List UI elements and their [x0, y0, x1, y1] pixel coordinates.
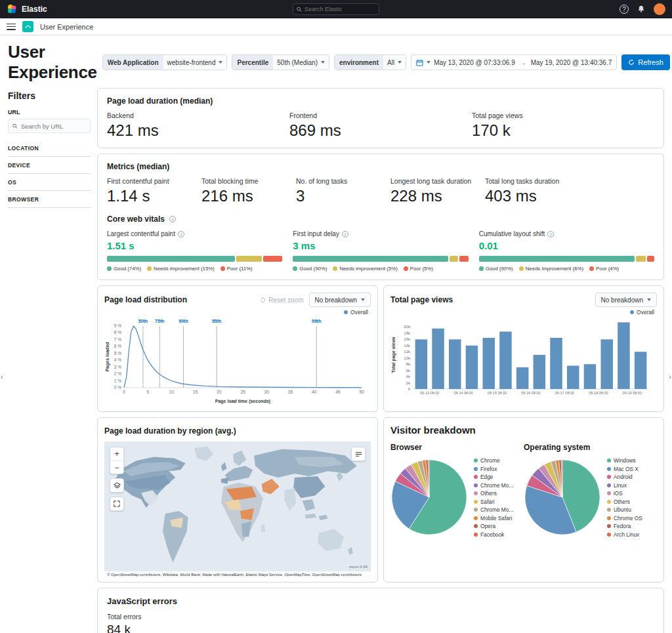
page-load-distribution-chart[interactable]: 0 %1 %2 %3 %4 %5 %6 %7 %8 %9 %0510152025… [104, 316, 367, 405]
breakdown-select[interactable]: No breakdown [309, 293, 371, 307]
legend-item[interactable]: Chrome OS [607, 515, 642, 521]
date-end[interactable]: May 19, 2020 @ 13:40:36.7 [531, 59, 612, 66]
map-fullscreen-button[interactable] [110, 497, 123, 510]
legend-item[interactable]: Windows [607, 457, 642, 464]
stat-first-contentful-paint: First contentful paint 1.14 s [107, 177, 201, 205]
chevron-down-icon [321, 61, 325, 64]
percentile-select[interactable]: 50th (Median) [273, 55, 329, 70]
os-title: Operating system [524, 443, 657, 452]
bar [567, 366, 579, 390]
url-search-input[interactable] [21, 123, 86, 130]
cwv-bar-segment [450, 256, 458, 262]
chart-legend[interactable]: Overall [104, 309, 368, 316]
collapse-right-button[interactable]: › [669, 373, 671, 380]
legend-item[interactable]: Firefox [474, 466, 513, 472]
legend-dot [607, 491, 611, 495]
region-map[interactable]: + − [104, 441, 371, 578]
javascript-errors-panel: JavaScript errors Total errors 84 k Erro… [97, 588, 664, 633]
date-range-picker[interactable]: May 13, 2020 @ 07:33:06.9 → May 19, 2020… [411, 54, 617, 70]
breakdown-select[interactable]: No breakdown [595, 293, 657, 307]
info-icon[interactable] [178, 231, 184, 237]
browser-pie-chart[interactable] [390, 459, 468, 536]
sidebar-section-browser[interactable]: BROWSER [8, 191, 91, 208]
notifications-bell-icon[interactable] [637, 5, 646, 14]
legend-item[interactable]: Others [474, 490, 513, 497]
ux-app-icon[interactable] [22, 21, 33, 32]
legend-item[interactable]: Arch Linux [607, 531, 642, 538]
legend-item[interactable]: Android [607, 474, 642, 480]
world-map[interactable] [104, 441, 371, 578]
legend-dot [474, 467, 478, 471]
cwv-legend-item: Needs improvement (6%) [519, 266, 583, 272]
legend-item[interactable]: Chrome Mo... [474, 506, 513, 513]
legend-dot [474, 459, 478, 462]
legend-item[interactable]: iOS [607, 490, 642, 497]
web-application-select[interactable]: website-frontend [163, 55, 227, 70]
legend-item[interactable]: Mobile Safari [474, 515, 513, 521]
map-layers-button[interactable] [110, 479, 123, 492]
bar [483, 338, 495, 389]
bar [534, 355, 546, 389]
info-icon[interactable] [547, 231, 554, 237]
legend-item[interactable]: Linux [607, 482, 642, 489]
percentile-label: 50th [138, 319, 148, 323]
help-icon[interactable]: ? [620, 5, 629, 14]
legend-item[interactable]: Facebook [474, 531, 513, 538]
info-icon[interactable] [169, 216, 176, 222]
cwv-bar-segment [636, 256, 646, 262]
legend-dot [474, 508, 478, 512]
x-tick-label: 20 [217, 390, 222, 394]
stat-long-tasks: No. of long tasks 3 [296, 177, 390, 205]
refresh-button[interactable]: Refresh [621, 54, 670, 70]
legend-item[interactable]: Safari [474, 499, 513, 505]
user-avatar[interactable] [654, 3, 665, 15]
legend-dot [344, 310, 348, 314]
os-pie-chart[interactable] [524, 459, 601, 536]
menu-hamburger-icon[interactable] [7, 24, 16, 30]
stat-value: 421 ms [107, 121, 289, 140]
x-tick-label: 15 [193, 390, 198, 394]
legend-label: Chrome [480, 457, 500, 464]
legend-item[interactable]: Mac OS X [607, 466, 642, 472]
chevron-down-icon [398, 61, 402, 64]
legend-item[interactable]: Chrome Mo... [474, 482, 513, 489]
url-search-field[interactable] [8, 119, 91, 133]
legend-label: Linux [614, 482, 627, 489]
chart-legend[interactable]: Overall [390, 309, 654, 316]
refresh-icon [628, 59, 635, 66]
total-page-views-chart[interactable]: 02k4k6k8k10k12k14k16k18k20k05-13 08:0005… [390, 316, 653, 405]
map-zoom-in-button[interactable]: + [110, 447, 123, 460]
legend-item[interactable]: Fedora [607, 523, 642, 529]
sidebar-section-device[interactable]: DEVICE [8, 157, 91, 174]
legend-label: Chrome Mo... [480, 506, 513, 513]
x-tick-label: 30 [264, 390, 270, 394]
map-attribution[interactable]: © OpenStreetMap contributors, Wikidata, … [104, 571, 371, 578]
global-search-input[interactable] [304, 6, 375, 12]
chevron-down-icon [361, 298, 365, 301]
legend-item[interactable]: Others [607, 499, 642, 505]
sidebar-section-os[interactable]: OS [8, 174, 91, 191]
info-icon[interactable] [342, 231, 348, 237]
legend-item[interactable]: Opera [474, 523, 513, 529]
legend-dot [474, 500, 478, 504]
legend-dot [607, 467, 611, 471]
breadcrumb[interactable]: User Experience [40, 23, 93, 31]
map-legend-toggle-button[interactable] [352, 447, 365, 460]
map-zoom-out-button[interactable]: − [110, 460, 123, 474]
environment-select[interactable]: All [383, 55, 406, 70]
selected-value: 50th (Median) [277, 59, 318, 66]
elastic-logo-icon[interactable] [7, 4, 17, 14]
legend-dot [607, 533, 611, 537]
collapse-left-button[interactable]: ‹ [1, 373, 3, 380]
cwv-bar [479, 256, 654, 262]
legend-label: Facebook [480, 531, 504, 538]
sidebar-section-location[interactable]: LOCATION [8, 140, 91, 157]
reset-zoom-button[interactable]: Reset zoom [260, 296, 303, 304]
legend-item[interactable]: Edge [474, 474, 513, 480]
date-start[interactable]: May 13, 2020 @ 07:33:06.9 [434, 59, 515, 66]
cwv-bar-segment [479, 256, 635, 262]
legend-item[interactable]: Chrome [474, 457, 513, 464]
legend-item[interactable]: Ubuntu [607, 506, 642, 513]
global-search[interactable] [293, 3, 379, 15]
layers-icon [114, 482, 121, 489]
